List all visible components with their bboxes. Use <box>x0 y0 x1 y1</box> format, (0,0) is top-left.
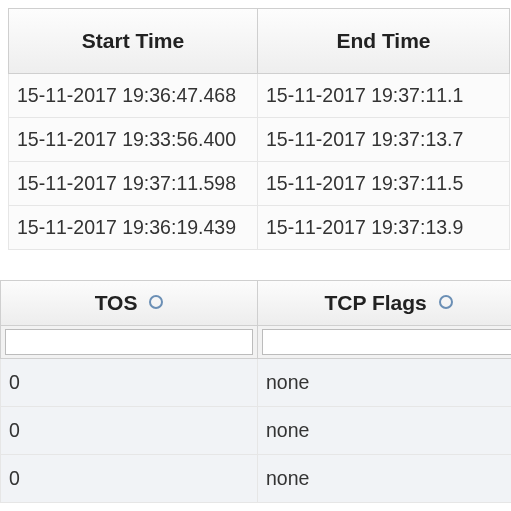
header-tcp-flags-label: TCP Flags <box>324 291 426 314</box>
filter-tos-input[interactable] <box>5 329 253 355</box>
table-row[interactable]: 15-11-2017 19:33:56.400 15-11-2017 19:37… <box>8 118 510 162</box>
flags-table: TOS TCP Flags 0 none 0 none 0 none <box>0 280 511 503</box>
cell-end-time: 15-11-2017 19:37:11.5 <box>258 162 510 206</box>
table-row[interactable]: 15-11-2017 19:37:11.598 15-11-2017 19:37… <box>8 162 510 206</box>
table-row[interactable]: 15-11-2017 19:36:47.468 15-11-2017 19:37… <box>8 74 510 118</box>
cell-start-time: 15-11-2017 19:33:56.400 <box>8 118 258 162</box>
cell-tos: 0 <box>0 359 258 407</box>
cell-tcp-flags: none <box>258 455 511 503</box>
cell-start-time: 15-11-2017 19:36:47.468 <box>8 74 258 118</box>
table-row[interactable]: 0 none <box>0 455 511 503</box>
header-start-time-label: Start Time <box>82 29 184 52</box>
cell-tos: 0 <box>0 455 258 503</box>
filter-tcp-flags-input[interactable] <box>262 329 511 355</box>
header-end-time-label: End Time <box>336 29 430 52</box>
table-row[interactable]: 15-11-2017 19:36:19.439 15-11-2017 19:37… <box>8 206 510 250</box>
time-table: Start Time End Time 15-11-2017 19:36:47.… <box>8 8 510 250</box>
cell-tos: 0 <box>0 407 258 455</box>
cell-end-time: 15-11-2017 19:37:13.7 <box>258 118 510 162</box>
table-row[interactable]: 0 none <box>0 359 511 407</box>
table-row[interactable]: 0 none <box>0 407 511 455</box>
cell-end-time: 15-11-2017 19:37:11.1 <box>258 74 510 118</box>
cell-tcp-flags: none <box>258 407 511 455</box>
cell-tcp-flags: none <box>258 359 511 407</box>
header-tcp-flags[interactable]: TCP Flags <box>258 280 511 326</box>
header-start-time[interactable]: Start Time <box>8 8 258 74</box>
header-end-time[interactable]: End Time <box>258 8 510 74</box>
filter-row <box>0 326 511 359</box>
cell-end-time: 15-11-2017 19:37:13.9 <box>258 206 510 250</box>
cell-start-time: 15-11-2017 19:37:11.598 <box>8 162 258 206</box>
header-tos[interactable]: TOS <box>0 280 258 326</box>
sort-icon[interactable] <box>149 295 163 309</box>
cell-start-time: 15-11-2017 19:36:19.439 <box>8 206 258 250</box>
header-tos-label: TOS <box>95 291 138 314</box>
sort-icon[interactable] <box>439 295 453 309</box>
